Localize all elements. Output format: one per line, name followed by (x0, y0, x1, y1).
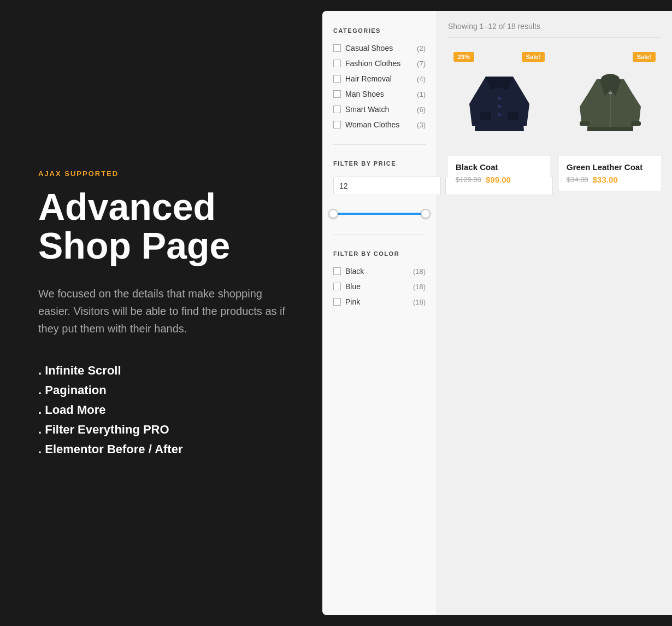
checkbox-man-shoes[interactable] (333, 90, 341, 98)
price-slider[interactable] (333, 208, 426, 219)
svg-rect-8 (587, 127, 633, 131)
page-wrapper: AJAX SUPPORTED Advanced Shop Page We foc… (0, 0, 672, 626)
description: We focused on the details that make shop… (38, 285, 290, 337)
products-grid: 23% Sale! (448, 46, 661, 191)
checkbox-blue[interactable] (333, 283, 341, 290)
price-old-black-coat: $129.00 (456, 175, 481, 184)
label-woman-clothes: Woman Clothes (345, 120, 399, 129)
count-hair-removal: (4) (417, 75, 426, 83)
count-blue: (18) (413, 283, 426, 291)
main-title: Advanced Shop Page (38, 188, 290, 266)
product-info-green-coat: Green Leather Coat $34.00 $33.00 (559, 156, 661, 191)
filter-man-shoes[interactable]: Man Shoes (1) (333, 90, 426, 98)
label-blue: Blue (345, 282, 361, 291)
label-pink: Pink (345, 297, 360, 306)
filter-fashion-clothes[interactable]: Fashion Clothes (7) (333, 59, 426, 68)
product-name-green-coat: Green Leather Coat (567, 162, 653, 172)
slider-thumb-right[interactable] (421, 209, 431, 219)
count-smart-watch: (6) (417, 106, 426, 114)
product-image-green-coat: Sale! (559, 46, 661, 156)
svg-point-2 (498, 113, 501, 116)
svg-rect-6 (631, 121, 641, 126)
checkbox-hair-removal[interactable] (333, 75, 341, 83)
divider-2 (333, 235, 426, 235)
checkbox-casual-shoes[interactable] (333, 44, 341, 52)
color-section: FILTER BY COLOR Black (18) Blue (333, 250, 426, 306)
count-woman-clothes: (3) (417, 121, 426, 129)
right-panel: CATEGORIES Casual Shoes (2) Fashion Clot… (322, 11, 672, 615)
results-info: Showing 1–12 of 18 results (448, 22, 661, 38)
label-casual-shoes: Casual Shoes (345, 44, 393, 52)
count-casual-shoes: (2) (417, 44, 426, 52)
title-line1: Advanced (38, 186, 216, 227)
checkbox-woman-clothes[interactable] (333, 121, 341, 128)
count-pink: (18) (413, 298, 426, 306)
filter-hair-removal[interactable]: Hair Removal (4) (333, 74, 426, 83)
ajax-label: AJAX SUPPORTED (38, 169, 290, 178)
products-area: Showing 1–12 of 18 results 23% Sale! (437, 11, 672, 615)
feature-pagination: . Pagination (38, 383, 290, 397)
count-fashion-clothes: (7) (417, 60, 426, 68)
label-man-shoes: Man Shoes (345, 90, 384, 98)
checkbox-black[interactable] (333, 267, 341, 275)
svg-rect-9 (609, 92, 612, 94)
label-fashion-clothes: Fashion Clothes (345, 59, 400, 68)
price-old-green-coat: $34.00 (567, 175, 588, 184)
svg-rect-3 (480, 112, 491, 120)
feature-infinite-scroll: . Infinite Scroll (38, 364, 290, 378)
product-price-black-coat: $129.00 $99.00 (456, 175, 543, 184)
filter-smart-watch[interactable]: Smart Watch (6) (333, 105, 426, 114)
feature-list: . Infinite Scroll . Pagination . Load Mo… (38, 364, 290, 457)
categories-title: CATEGORIES (333, 27, 426, 34)
product-price-green-coat: $34.00 $33.00 (567, 175, 653, 184)
product-name-black-coat: Black Coat (456, 162, 543, 172)
sidebar: CATEGORIES Casual Shoes (2) Fashion Clot… (322, 11, 437, 615)
checkbox-fashion-clothes[interactable] (333, 60, 341, 67)
filter-casual-shoes[interactable]: Casual Shoes (2) (333, 44, 426, 52)
price-title: FILTER BY PRICE (333, 160, 426, 167)
shop-content: CATEGORIES Casual Shoes (2) Fashion Clot… (322, 11, 672, 615)
color-title: FILTER BY COLOR (333, 250, 426, 257)
label-smart-watch: Smart Watch (345, 105, 389, 114)
checkbox-smart-watch[interactable] (333, 106, 341, 113)
left-panel: AJAX SUPPORTED Advanced Shop Page We foc… (0, 0, 322, 626)
product-info-black-coat: Black Coat $129.00 $99.00 (448, 156, 550, 191)
price-min-input[interactable] (333, 177, 441, 195)
svg-point-0 (498, 97, 501, 100)
price-new-green-coat: $33.00 (593, 175, 618, 184)
badge-percent-black-coat: 23% (453, 52, 474, 62)
slider-track (333, 213, 426, 215)
filter-blue[interactable]: Blue (18) (333, 282, 426, 291)
jacket-svg-green (577, 60, 643, 142)
feature-elementor: . Elementor Before / After (38, 442, 290, 457)
filter-pink[interactable]: Pink (18) (333, 297, 426, 306)
svg-rect-5 (580, 121, 590, 126)
title-line2: Shop Page (38, 225, 230, 266)
label-hair-removal: Hair Removal (345, 74, 392, 83)
badge-sale-green-coat: Sale! (633, 52, 656, 62)
categories-section: CATEGORIES Casual Shoes (2) Fashion Clot… (333, 27, 426, 129)
svg-point-1 (498, 105, 501, 108)
feature-load-more: . Load More (38, 403, 290, 417)
divider-1 (333, 144, 426, 145)
price-inputs (333, 177, 426, 195)
price-section: FILTER BY PRICE (333, 160, 426, 219)
count-black: (18) (413, 267, 426, 276)
checkbox-pink[interactable] (333, 298, 341, 306)
label-black: Black (345, 267, 364, 276)
slider-thumb-left[interactable] (328, 209, 338, 219)
product-card-green-coat[interactable]: Sale! (559, 46, 661, 191)
price-new-black-coat: $99.00 (486, 175, 511, 184)
count-man-shoes: (1) (417, 90, 426, 98)
filter-woman-clothes[interactable]: Woman Clothes (3) (333, 120, 426, 129)
product-card-black-coat[interactable]: 23% Sale! (448, 46, 550, 191)
svg-rect-4 (508, 112, 518, 120)
badge-sale-black-coat: Sale! (522, 52, 545, 62)
filter-black[interactable]: Black (18) (333, 267, 426, 276)
feature-filter-pro: . Filter Everything PRO (38, 423, 290, 437)
product-image-black-coat: 23% Sale! (448, 46, 550, 156)
coat-svg-dark (467, 60, 532, 142)
